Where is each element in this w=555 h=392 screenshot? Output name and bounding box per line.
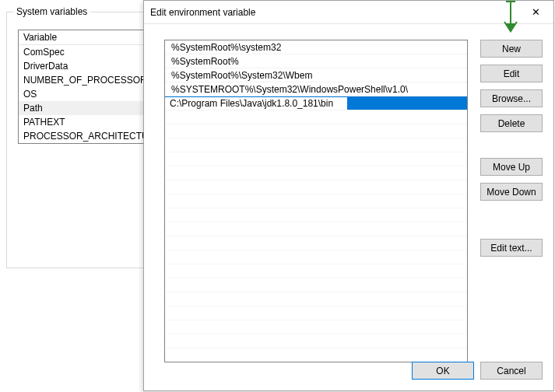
dialog-title: Edit environment variable — [150, 7, 255, 18]
path-entry-input[interactable] — [165, 97, 347, 110]
list-item[interactable]: %SystemRoot%\system32 — [165, 40, 467, 54]
system-variables-label: System variables — [13, 6, 90, 17]
dialog-body: %SystemRoot%\system32 %SystemRoot% %Syst… — [144, 24, 553, 390]
list-empty-row — [165, 236, 467, 250]
list-item[interactable]: %SYSTEMROOT%\System32\WindowsPowerShell\… — [165, 82, 467, 96]
list-empty-row — [165, 110, 467, 124]
list-empty-row — [165, 306, 467, 320]
edit-env-var-dialog: Edit environment variable ✕ %SystemRoot%… — [143, 0, 554, 391]
list-empty-row — [165, 194, 467, 208]
ok-button[interactable]: OK — [412, 362, 474, 380]
move-down-button[interactable]: Move Down — [480, 183, 543, 201]
list-empty-row — [165, 278, 467, 292]
list-item-editing[interactable] — [165, 96, 467, 110]
list-empty-row — [165, 124, 467, 138]
list-item[interactable]: %SystemRoot% — [165, 54, 467, 68]
close-button[interactable]: ✕ — [518, 1, 553, 23]
dialog-titlebar[interactable]: Edit environment variable ✕ — [144, 1, 553, 24]
cancel-button[interactable]: Cancel — [480, 362, 543, 380]
list-empty-row — [165, 334, 467, 348]
list-empty-row — [165, 264, 467, 278]
list-empty-row — [165, 250, 467, 264]
edit-button[interactable]: Edit — [480, 65, 543, 82]
path-entries-list[interactable]: %SystemRoot%\system32 %SystemRoot% %Syst… — [164, 40, 468, 362]
list-empty-row — [165, 320, 467, 334]
list-empty-row — [165, 292, 467, 306]
dialog-bottom-buttons: OK Cancel — [412, 362, 543, 380]
list-empty-row — [165, 222, 467, 236]
list-empty-row — [165, 208, 467, 222]
list-empty-row — [165, 138, 467, 152]
side-button-column: New Edit Browse... Delete Move Up Move D… — [480, 40, 543, 264]
move-up-button[interactable]: Move Up — [480, 158, 543, 176]
browse-button[interactable]: Browse... — [480, 89, 543, 107]
list-item[interactable]: %SystemRoot%\System32\Wbem — [165, 68, 467, 82]
new-button[interactable]: New — [480, 40, 543, 58]
list-empty-row — [165, 180, 467, 194]
list-empty-row — [165, 166, 467, 180]
close-icon: ✕ — [532, 6, 540, 18]
edit-text-button[interactable]: Edit text... — [480, 239, 543, 257]
delete-button[interactable]: Delete — [480, 114, 543, 132]
list-empty-row — [165, 152, 467, 166]
